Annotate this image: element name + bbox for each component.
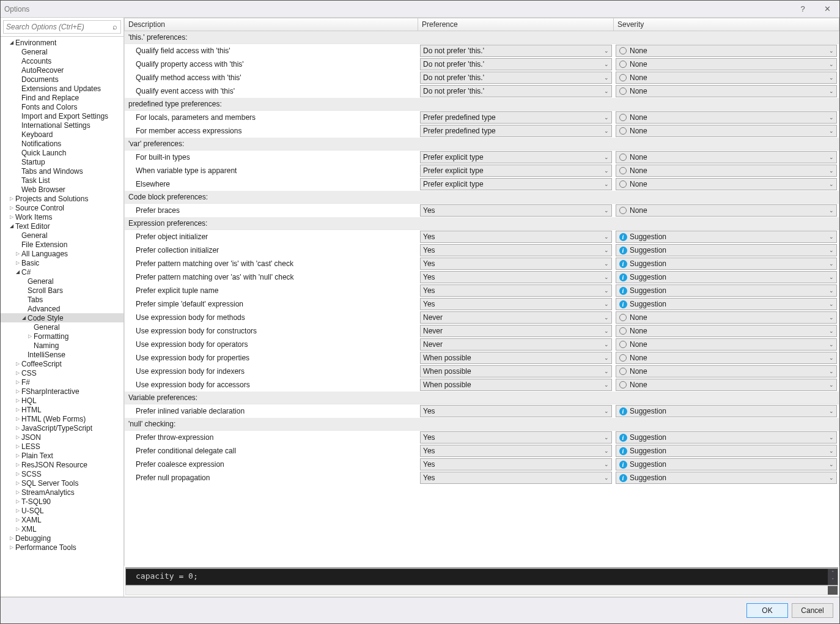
tree-item[interactable]: Tabs and Windows <box>1 166 123 176</box>
preference-dropdown[interactable]: When possible⌄ <box>420 352 612 364</box>
expander-icon[interactable] <box>14 415 21 422</box>
severity-dropdown[interactable]: iSuggestion⌄ <box>616 431 837 444</box>
expander-icon[interactable] <box>8 214 15 220</box>
preference-dropdown[interactable]: Yes⌄ <box>420 204 612 217</box>
severity-dropdown[interactable]: None⌄ <box>616 338 837 351</box>
expander-icon[interactable] <box>14 397 21 404</box>
tree-item[interactable]: Naming <box>1 341 123 350</box>
expander-icon[interactable] <box>26 333 33 340</box>
expander-icon[interactable] <box>14 498 21 505</box>
severity-dropdown[interactable]: iSuggestion⌄ <box>616 405 837 417</box>
tree-item[interactable]: Work Items <box>1 212 123 221</box>
preview-hscroll[interactable] <box>125 585 838 595</box>
severity-dropdown[interactable]: iSuggestion⌄ <box>616 271 837 283</box>
tree-item[interactable]: C# <box>1 267 123 277</box>
severity-dropdown[interactable]: None⌄ <box>616 204 837 217</box>
severity-dropdown[interactable]: None⌄ <box>616 45 837 57</box>
expander-icon[interactable] <box>14 250 21 257</box>
col-description[interactable]: Description <box>124 18 418 31</box>
severity-dropdown[interactable]: iSuggestion⌄ <box>616 298 837 310</box>
tree-item[interactable]: Documents <box>1 75 123 84</box>
severity-dropdown[interactable]: iSuggestion⌄ <box>616 458 837 470</box>
close-icon[interactable]: ✕ <box>819 4 836 13</box>
expander-icon[interactable] <box>14 480 21 486</box>
preference-dropdown[interactable]: Yes⌄ <box>420 298 612 310</box>
tree-item[interactable]: Fonts and Colors <box>1 102 123 111</box>
severity-dropdown[interactable]: None⌄ <box>616 379 837 391</box>
severity-dropdown[interactable]: None⌄ <box>616 85 837 97</box>
preference-dropdown[interactable]: Do not prefer 'this.'⌄ <box>420 45 612 57</box>
tree-item[interactable]: Extensions and Updates <box>1 84 123 93</box>
tree-item[interactable]: File Extension <box>1 240 123 249</box>
expander-icon[interactable] <box>14 370 21 376</box>
tree-item[interactable]: Source Control <box>1 203 123 212</box>
severity-dropdown[interactable]: iSuggestion⌄ <box>616 284 837 297</box>
tree-item[interactable]: Scroll Bars <box>1 286 123 295</box>
tree-item[interactable]: IntelliSense <box>1 350 123 359</box>
tree-item[interactable]: Advanced <box>1 304 123 313</box>
expander-icon[interactable] <box>14 360 21 367</box>
tree-item[interactable]: Accounts <box>1 56 123 65</box>
tree-item[interactable]: All Languages <box>1 249 123 258</box>
expander-icon[interactable] <box>8 39 15 46</box>
tree-item[interactable]: Text Editor <box>1 221 123 231</box>
severity-dropdown[interactable]: iSuggestion⌄ <box>616 231 837 243</box>
expander-icon[interactable] <box>8 195 15 202</box>
tree-item[interactable]: T-SQL90 <box>1 497 123 506</box>
tree-item[interactable]: Keyboard <box>1 130 123 139</box>
tree-item[interactable]: F# <box>1 377 123 387</box>
tree-item[interactable]: Notifications <box>1 139 123 148</box>
expander-icon[interactable] <box>14 388 21 395</box>
preference-dropdown[interactable]: Yes⌄ <box>420 458 612 470</box>
severity-dropdown[interactable]: None⌄ <box>616 165 837 177</box>
expander-icon[interactable] <box>14 269 21 275</box>
tree-item[interactable]: Plain Text <box>1 451 123 460</box>
preference-dropdown[interactable]: Prefer predefined type⌄ <box>420 125 612 137</box>
expander-icon[interactable] <box>14 379 21 385</box>
expander-icon[interactable] <box>8 204 15 211</box>
severity-dropdown[interactable]: None⌄ <box>616 151 837 163</box>
tree-item[interactable]: Quick Launch <box>1 148 123 157</box>
tree-item[interactable]: General <box>1 277 123 286</box>
tree-item[interactable]: ResJSON Resource <box>1 460 123 469</box>
expander-icon[interactable] <box>20 314 27 321</box>
options-tree[interactable]: EnvironmentGeneralAccountsAutoRecoverDoc… <box>1 37 123 596</box>
tree-item[interactable]: JavaScript/TypeScript <box>1 423 123 433</box>
preference-dropdown[interactable]: Prefer explicit type⌄ <box>420 165 612 177</box>
tree-item[interactable]: Basic <box>1 258 123 267</box>
expander-icon[interactable] <box>14 470 21 477</box>
tree-item[interactable]: Formatting <box>1 332 123 341</box>
expander-icon[interactable] <box>14 259 21 266</box>
preference-dropdown[interactable]: Yes⌄ <box>420 271 612 283</box>
preference-dropdown[interactable]: Prefer explicit type⌄ <box>420 151 612 163</box>
tree-item[interactable]: General <box>1 47 123 56</box>
expander-icon[interactable] <box>14 434 21 440</box>
expander-icon[interactable] <box>14 507 21 514</box>
preference-dropdown[interactable]: When possible⌄ <box>420 379 612 391</box>
expander-icon[interactable] <box>14 489 21 496</box>
severity-dropdown[interactable]: None⌄ <box>616 352 837 364</box>
preference-dropdown[interactable]: Yes⌄ <box>420 258 612 270</box>
tree-item[interactable]: Find and Replace <box>1 93 123 102</box>
help-icon[interactable]: ? <box>794 4 811 13</box>
preference-dropdown[interactable]: Never⌄ <box>420 338 612 351</box>
tree-item[interactable]: Performance Tools <box>1 543 123 552</box>
tree-item[interactable]: SCSS <box>1 469 123 478</box>
search-icon[interactable]: ⌕ <box>112 22 117 31</box>
preference-dropdown[interactable]: Do not prefer 'this.'⌄ <box>420 58 612 70</box>
tree-item[interactable]: Tabs <box>1 295 123 304</box>
tree-item[interactable]: U-SQL <box>1 506 123 515</box>
tree-item[interactable]: General <box>1 322 123 332</box>
preference-dropdown[interactable]: Do not prefer 'this.'⌄ <box>420 85 612 97</box>
tree-item[interactable]: Web Browser <box>1 185 123 194</box>
severity-dropdown[interactable]: None⌄ <box>616 365 837 377</box>
tree-item[interactable]: Environment <box>1 38 123 47</box>
expander-icon[interactable] <box>14 526 21 532</box>
tree-item[interactable]: CoffeeScript <box>1 359 123 368</box>
preference-dropdown[interactable]: Never⌄ <box>420 311 612 324</box>
preference-dropdown[interactable]: Yes⌄ <box>420 284 612 297</box>
tree-item[interactable]: Startup <box>1 157 123 166</box>
severity-dropdown[interactable]: iSuggestion⌄ <box>616 472 837 484</box>
expander-icon[interactable] <box>8 544 15 551</box>
severity-dropdown[interactable]: None⌄ <box>616 58 837 70</box>
